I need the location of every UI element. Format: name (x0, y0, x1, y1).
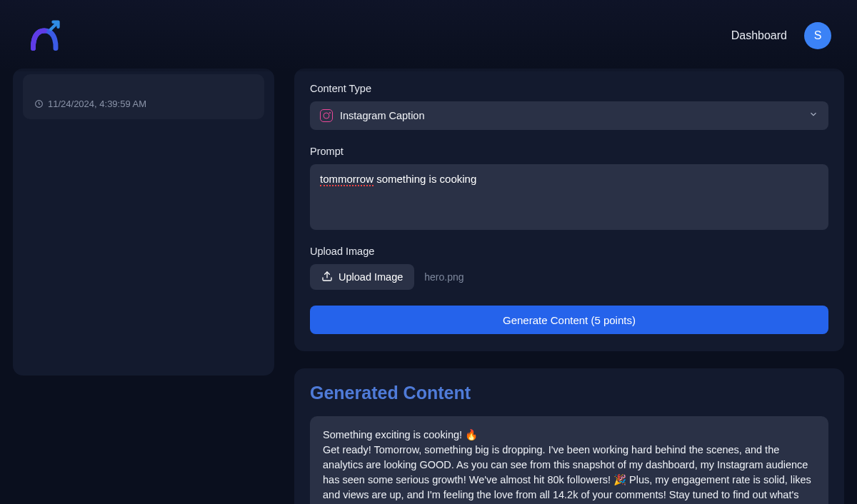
timestamp-text: 11/24/2024, 4:39:59 AM (48, 99, 146, 109)
content-form-panel: Content Type Instagram Caption Prompt to… (294, 69, 844, 351)
history-item[interactable]: 11/24/2024, 4:39:59 AM (23, 74, 264, 119)
avatar[interactable]: S (804, 22, 831, 49)
content-type-value: Instagram Caption (340, 110, 424, 121)
dashboard-link[interactable]: Dashboard (731, 29, 787, 42)
generated-content-panel: Generated Content Something exciting is … (294, 368, 844, 504)
history-panel: 11/24/2024, 4:39:59 AM (13, 69, 274, 376)
prompt-text-rest: something is cooking (374, 173, 476, 185)
upload-image-button[interactable]: Upload Image (310, 264, 414, 290)
prompt-input[interactable]: tommorrow something is cooking (310, 164, 828, 230)
upload-label: Upload Image (310, 246, 828, 257)
prompt-label: Prompt (310, 146, 828, 157)
content-type-label: Content Type (310, 83, 828, 94)
app-header: Dashboard S (0, 0, 857, 71)
generate-content-button[interactable]: Generate Content (5 points) (310, 306, 828, 334)
content-type-select[interactable]: Instagram Caption (310, 101, 828, 130)
upload-button-text: Upload Image (339, 271, 403, 283)
generated-content-title: Generated Content (310, 383, 828, 403)
prompt-misspelled-word: tommorrow (320, 173, 374, 186)
history-timestamp: 11/24/2024, 4:39:59 AM (34, 99, 253, 109)
app-logo[interactable] (26, 16, 66, 56)
generated-content-body: Something exciting is cooking! 🔥 Get rea… (310, 416, 828, 504)
clock-icon (34, 99, 44, 109)
instagram-icon (320, 109, 333, 122)
uploaded-filename: hero.png (424, 271, 463, 283)
header-actions: Dashboard S (731, 22, 831, 49)
chevron-down-icon (808, 109, 818, 122)
upload-icon (321, 271, 333, 284)
